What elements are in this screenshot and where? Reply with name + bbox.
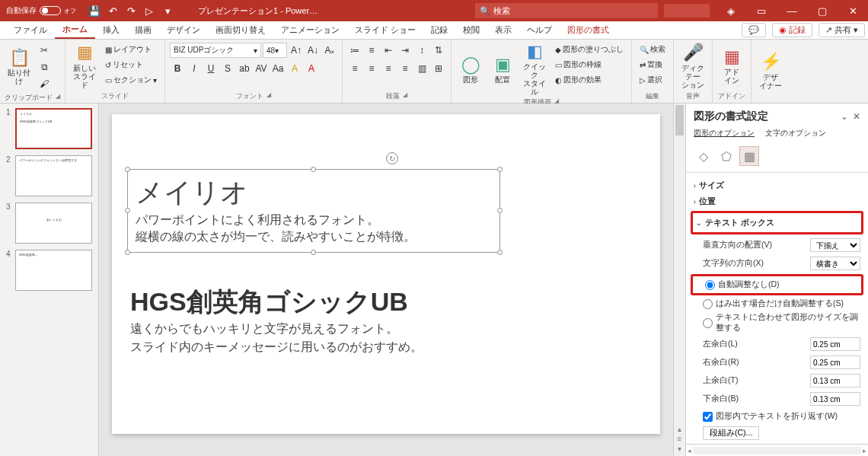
reset-button[interactable]: ↺ リセット xyxy=(102,58,160,72)
addins-button[interactable]: ▦アド イン xyxy=(717,43,746,90)
tab-shape-format[interactable]: 図形の書式 xyxy=(560,21,617,39)
slide-canvas[interactable]: ↻ メイリオ パワーポイントによく利用されるフォント。 縦横の線の太さが均一で、… xyxy=(112,114,660,434)
shape-outline-button[interactable]: ▭ 図形の枠線 xyxy=(552,58,627,72)
maximize-icon[interactable]: ▢ xyxy=(807,0,838,21)
clear-format-icon[interactable]: Aₓ xyxy=(322,43,337,58)
numbering-icon[interactable]: ≡ xyxy=(364,43,379,58)
resize-handle[interactable] xyxy=(311,167,316,172)
resize-handle[interactable] xyxy=(497,208,503,213)
pane-hscrollbar[interactable]: ◂ ▸ xyxy=(686,444,868,456)
pane-tab-text[interactable]: 文字のオプション xyxy=(765,128,826,139)
text-direction-select[interactable]: 横書き xyxy=(810,257,860,270)
effects-icon[interactable]: ⬠ xyxy=(716,146,736,166)
columns-icon[interactable]: ▥ xyxy=(414,61,429,76)
section-textbox[interactable]: ⌄テキスト ボックス xyxy=(696,215,858,231)
tab-record[interactable]: 記録 xyxy=(423,21,455,39)
line-spacing-icon[interactable]: ↕ xyxy=(414,43,429,58)
resize-handle[interactable] xyxy=(311,250,316,255)
align-right-icon[interactable]: ≡ xyxy=(381,61,396,76)
resize-handle[interactable] xyxy=(125,167,130,172)
section-button[interactable]: ▭ セクション ▾ xyxy=(102,73,160,87)
format-painter-icon[interactable]: 🖌 xyxy=(37,76,52,91)
strike-icon[interactable]: S xyxy=(220,61,235,76)
tab-home[interactable]: ホーム xyxy=(55,21,95,39)
section-position[interactable]: ›位置 xyxy=(694,193,860,209)
valign-select[interactable]: 下揃え xyxy=(810,238,860,252)
scroll-right-icon[interactable]: ▸ xyxy=(863,447,866,454)
increase-font-icon[interactable]: A↑ xyxy=(289,43,304,58)
underline-icon[interactable]: U xyxy=(203,61,219,76)
resize-handle[interactable] xyxy=(497,250,503,255)
ribbon-display-icon[interactable]: ▭ xyxy=(746,0,777,21)
indent-inc-icon[interactable]: ⇥ xyxy=(397,43,413,58)
autofit-shrink-radio[interactable]: はみ出す場合だけ自動調整する(S) xyxy=(694,297,860,311)
dictate-button[interactable]: 🎤ディクテー ション xyxy=(678,43,707,90)
align-center-icon[interactable]: ≡ xyxy=(364,61,379,76)
layout-button[interactable]: ▦ レイアウト xyxy=(102,43,160,56)
scroll-up-icon[interactable]: ▴ xyxy=(678,425,681,433)
undo-icon[interactable]: ↶ xyxy=(105,3,120,18)
margin-left-input[interactable] xyxy=(810,337,860,351)
margin-right-input[interactable] xyxy=(810,356,860,369)
columns-button[interactable]: 段組み(C)... xyxy=(703,426,759,440)
save-icon[interactable]: 💾 xyxy=(87,3,102,18)
text-direction-icon[interactable]: ⇅ xyxy=(431,43,446,58)
share-button[interactable]: ↗ 共有 ▾ xyxy=(819,23,865,37)
thumbnail-4[interactable]: 4 HGS創英角... xyxy=(6,250,92,291)
bold-icon[interactable]: B xyxy=(170,61,185,76)
case-icon[interactable]: Aa xyxy=(270,61,286,76)
quick-styles-button[interactable]: ◧クイック スタイル xyxy=(520,43,549,96)
minimize-icon[interactable]: — xyxy=(777,0,807,21)
scroll-thumb[interactable] xyxy=(675,105,684,136)
justify-icon[interactable]: ≡ xyxy=(397,61,413,76)
tab-view[interactable]: 表示 xyxy=(487,21,519,39)
resize-handle[interactable] xyxy=(125,250,130,255)
tab-design[interactable]: デザイン xyxy=(159,21,208,39)
qat-more-icon[interactable]: ▾ xyxy=(160,3,175,18)
indent-dec-icon[interactable]: ⇤ xyxy=(381,43,396,58)
paste-button[interactable]: 📋貼り付け xyxy=(5,43,34,91)
font-color-icon[interactable]: A xyxy=(304,61,319,76)
margin-bottom-input[interactable] xyxy=(810,392,860,406)
shape-effects-button[interactable]: ◐ 図形の効果 xyxy=(552,73,627,87)
replace-button[interactable]: ⇄ 置換 xyxy=(637,58,669,72)
resize-handle[interactable] xyxy=(125,208,130,213)
autosave-toggle[interactable]: 自動保存 オフ xyxy=(6,5,76,16)
tab-transitions[interactable]: 画面切り替え xyxy=(208,21,273,39)
shapes-button[interactable]: ◯図形 xyxy=(456,43,485,96)
font-size-select[interactable]: 48▾ xyxy=(263,43,287,58)
tab-insert[interactable]: 挿入 xyxy=(95,21,127,39)
scroll-track[interactable] xyxy=(693,447,861,454)
thumbnail-3[interactable]: 3 あいうえお xyxy=(6,202,92,244)
dialog-launcher-icon[interactable]: ◢ xyxy=(56,93,60,103)
redo-icon[interactable]: ↷ xyxy=(123,3,139,18)
scroll-left-icon[interactable]: ◂ xyxy=(688,447,691,454)
font-name-select[interactable]: BIZ UDPゴシック ▾ xyxy=(170,43,261,58)
search-box[interactable]: 🔍 検索 xyxy=(475,3,658,18)
record-button[interactable]: ◉記録 xyxy=(772,23,812,37)
wrap-text-checkbox[interactable]: 図形内でテキストを折り返す(W) xyxy=(694,408,860,423)
close-icon[interactable]: ✕ xyxy=(838,0,868,21)
premium-icon[interactable]: ◈ xyxy=(716,0,746,21)
bullets-icon[interactable]: ≔ xyxy=(347,43,362,58)
cut-icon[interactable]: ✂ xyxy=(37,43,52,58)
decrease-font-icon[interactable]: A↓ xyxy=(305,43,321,58)
tab-file[interactable]: ファイル xyxy=(6,21,55,39)
dialog-launcher-icon[interactable]: ◢ xyxy=(266,91,271,101)
align-left-icon[interactable]: ≡ xyxy=(347,61,362,76)
autofit-none-radio[interactable]: 自動調整なし(D) xyxy=(696,278,858,292)
size-properties-icon[interactable]: ▦ xyxy=(739,146,759,166)
tab-review[interactable]: 校閲 xyxy=(455,21,487,39)
tab-help[interactable]: ヘルプ xyxy=(519,21,560,39)
tab-animations[interactable]: アニメーション xyxy=(273,21,347,39)
tab-draw[interactable]: 描画 xyxy=(127,21,159,39)
shadow-icon[interactable]: ab xyxy=(237,61,252,76)
margin-top-input[interactable] xyxy=(810,374,860,387)
scroll-down-icon[interactable]: ▾ xyxy=(678,445,681,453)
pane-options-icon[interactable]: ⌄ xyxy=(841,111,848,122)
new-slide-button[interactable]: ▦新しい スライド xyxy=(70,43,99,90)
autofit-resize-radio[interactable]: テキストに合わせて図形のサイズを調整する xyxy=(694,311,860,335)
copy-icon[interactable]: ⧉ xyxy=(37,59,52,75)
spacing-icon[interactable]: AV xyxy=(254,61,269,76)
arrange-button[interactable]: ▣配置 xyxy=(488,43,517,96)
